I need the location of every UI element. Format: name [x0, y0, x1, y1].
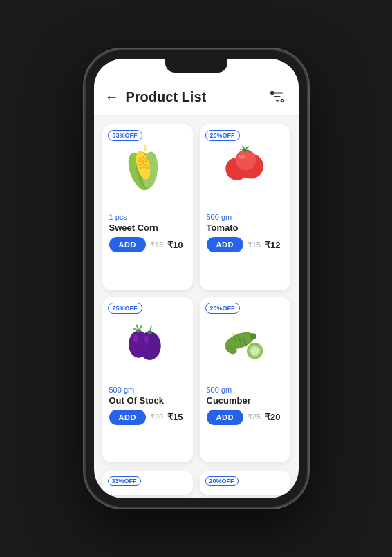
- svg-point-20: [146, 167, 149, 169]
- peek-row: 33%OFF 20%OFF: [94, 471, 299, 498]
- name-corn: Sweet Corn: [109, 223, 186, 233]
- price-now-tomato: ₹12: [265, 240, 280, 250]
- svg-point-16: [142, 162, 145, 164]
- name-tomato: Tomato: [207, 223, 283, 233]
- product-grid: 33%OFF: [94, 116, 299, 471]
- svg-point-33: [136, 330, 141, 332]
- svg-point-10: [142, 156, 145, 158]
- peek-badge-1: 33%OFF: [108, 476, 141, 486]
- svg-point-44: [252, 348, 254, 350]
- name-cucumber: Cucumber: [207, 395, 283, 406]
- product-card-eggplant: 25%OFF: [102, 297, 193, 463]
- price-now-eggplant: ₹15: [167, 412, 183, 422]
- svg-point-14: [144, 160, 148, 162]
- svg-point-4: [281, 100, 283, 102]
- product-image-area-cucumber: 20%OFF: [200, 297, 290, 380]
- svg-point-34: [147, 331, 152, 334]
- price-now-corn: ₹10: [167, 240, 183, 250]
- page-title: Product List: [126, 89, 207, 105]
- price-orig-eggplant: ₹20: [150, 413, 163, 422]
- product-card-cucumber: 20%OFF: [200, 297, 290, 463]
- quantity-cucumber: 500 gm: [207, 386, 283, 394]
- svg-point-32: [144, 335, 149, 343]
- quantity-corn: 1 pcs: [109, 213, 186, 221]
- svg-point-11: [144, 157, 148, 159]
- product-card-sweet-corn: 33%OFF: [102, 124, 193, 290]
- product-image-area-eggplant: 25%OFF: [102, 297, 193, 380]
- svg-point-15: [138, 163, 142, 165]
- tomato-image: [217, 140, 272, 192]
- discount-badge-tomato: 20%OFF: [205, 130, 240, 141]
- add-button-corn[interactable]: ADD: [109, 237, 146, 252]
- price-orig-cucumber: ₹25: [248, 413, 261, 422]
- discount-badge-cucumber: 20%OFF: [205, 303, 240, 314]
- add-button-cucumber[interactable]: ADD: [207, 410, 243, 425]
- product-image-area-tomato: 20%OFF: [200, 124, 290, 207]
- svg-point-9: [138, 157, 142, 159]
- peek-badge-2: 20%OFF: [205, 476, 239, 486]
- back-button[interactable]: ←: [105, 89, 119, 105]
- svg-point-30: [129, 331, 149, 358]
- price-now-cucumber: ₹20: [265, 412, 280, 422]
- footer-corn: ADD ₹15 ₹10: [109, 237, 186, 252]
- notch: [165, 59, 227, 73]
- svg-point-18: [140, 167, 143, 169]
- cucumber-image: [217, 312, 272, 364]
- svg-point-24: [236, 149, 256, 170]
- peek-card-2: 20%OFF: [200, 471, 290, 495]
- add-button-eggplant[interactable]: ADD: [109, 410, 146, 425]
- corn-image: [120, 140, 175, 192]
- svg-point-19: [142, 165, 146, 167]
- price-orig-corn: ₹15: [150, 240, 163, 249]
- svg-point-17: [144, 163, 148, 165]
- phone-screen: ← Product List 33%OFF: [94, 59, 299, 498]
- svg-point-31: [133, 334, 138, 343]
- discount-badge-eggplant: 25%OFF: [108, 303, 142, 314]
- filter-icon[interactable]: [267, 86, 288, 107]
- svg-point-25: [239, 155, 245, 159]
- svg-point-12: [138, 160, 142, 162]
- svg-point-45: [255, 348, 257, 350]
- product-info-tomato: 500 gm Tomato ADD ₹15 ₹12: [200, 207, 290, 259]
- product-info-cucumber: 500 gm Cucumber ADD ₹25 ₹20: [200, 380, 290, 432]
- phone-shell: ← Product List 33%OFF: [86, 50, 307, 507]
- discount-badge-corn: 33%OFF: [108, 130, 142, 141]
- product-info-corn: 1 pcs Sweet Corn ADD ₹15 ₹10: [102, 207, 193, 259]
- footer-eggplant: ADD ₹20 ₹15: [109, 410, 186, 425]
- svg-point-26: [243, 149, 247, 152]
- footer-cucumber: ADD ₹25 ₹20: [207, 410, 283, 425]
- product-info-eggplant: 500 gm Out Of Stock ADD ₹20 ₹15: [102, 380, 193, 432]
- add-button-tomato[interactable]: ADD: [207, 237, 243, 252]
- eggplant-image: [120, 312, 175, 364]
- quantity-eggplant: 500 gm: [109, 386, 186, 394]
- product-card-tomato: 20%OFF: [200, 124, 290, 290]
- header-left: ← Product List: [105, 89, 207, 105]
- peek-card-1: 33%OFF: [102, 471, 193, 495]
- product-image-area-corn: 33%OFF: [102, 124, 193, 207]
- quantity-tomato: 500 gm: [207, 213, 283, 221]
- price-orig-tomato: ₹15: [248, 240, 261, 249]
- svg-point-40: [250, 333, 256, 339]
- footer-tomato: ADD ₹15 ₹12: [207, 237, 283, 252]
- name-eggplant: Out Of Stock: [109, 395, 186, 406]
- svg-point-13: [142, 159, 145, 161]
- svg-point-46: [254, 351, 256, 354]
